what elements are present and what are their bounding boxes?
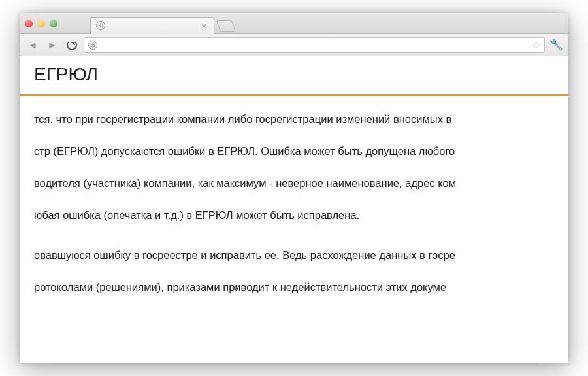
bookmark-star-icon[interactable]: ☆ <box>532 39 540 51</box>
browser-window: × ◄ ► ☆ 🔧 ЕГРЮЛ тся, что при госрегистра… <box>20 13 568 363</box>
url-input[interactable] <box>101 41 528 50</box>
body-line: овавшуюся ошибку в госреестре и исправит… <box>20 248 568 263</box>
back-button[interactable]: ◄ <box>25 38 41 52</box>
page-viewport: ЕГРЮЛ тся, что при госрегистрации компан… <box>20 56 568 363</box>
globe-icon <box>96 21 105 30</box>
titlebar: × <box>20 13 568 34</box>
body-line: тся, что при госрегистрации компании либ… <box>20 112 568 127</box>
window-maximize-button[interactable] <box>50 20 57 27</box>
body-line: стр (ЕГРЮЛ) допускаются ошибки в ЕГРЮЛ. … <box>20 144 568 159</box>
page-content: ЕГРЮЛ тся, что при госрегистрации компан… <box>20 56 568 313</box>
body-line: ротоколами (решениями), приказами привод… <box>20 280 568 295</box>
window-minimize-button[interactable] <box>37 20 45 27</box>
settings-button[interactable]: 🔧 <box>549 38 563 52</box>
body-line: юбая ошибка (опечатка и т.д.) в ЕГРЮЛ мо… <box>20 208 568 223</box>
page-heading: ЕГРЮЛ <box>20 64 568 94</box>
globe-icon <box>88 41 97 50</box>
reload-icon <box>67 40 77 50</box>
address-bar[interactable]: ☆ <box>84 37 545 53</box>
tab-close-button[interactable]: × <box>199 21 208 30</box>
window-close-button[interactable] <box>25 20 33 27</box>
reload-button[interactable] <box>64 38 80 52</box>
toolbar: ◄ ► ☆ 🔧 <box>20 34 568 56</box>
browser-tab[interactable]: × <box>90 17 214 34</box>
new-tab-button[interactable] <box>216 20 236 32</box>
heading-divider <box>20 94 568 96</box>
wrench-icon: 🔧 <box>549 38 563 52</box>
forward-button[interactable]: ► <box>44 38 60 52</box>
back-icon: ◄ <box>28 39 38 50</box>
body-line: водителя (участника) компании, как макси… <box>20 176 568 191</box>
forward-icon: ► <box>48 39 57 50</box>
window-controls <box>25 20 57 27</box>
